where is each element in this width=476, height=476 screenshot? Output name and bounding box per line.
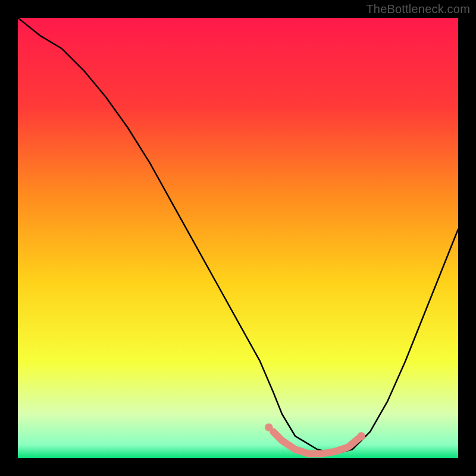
chart-outer-frame: TheBottleneck.com (0, 0, 476, 476)
right-marker-dot (358, 432, 365, 440)
left-marker-dot (265, 424, 273, 431)
plot-area (18, 18, 458, 458)
plot-svg (18, 18, 458, 458)
watermark-label: TheBottleneck.com (366, 2, 470, 16)
